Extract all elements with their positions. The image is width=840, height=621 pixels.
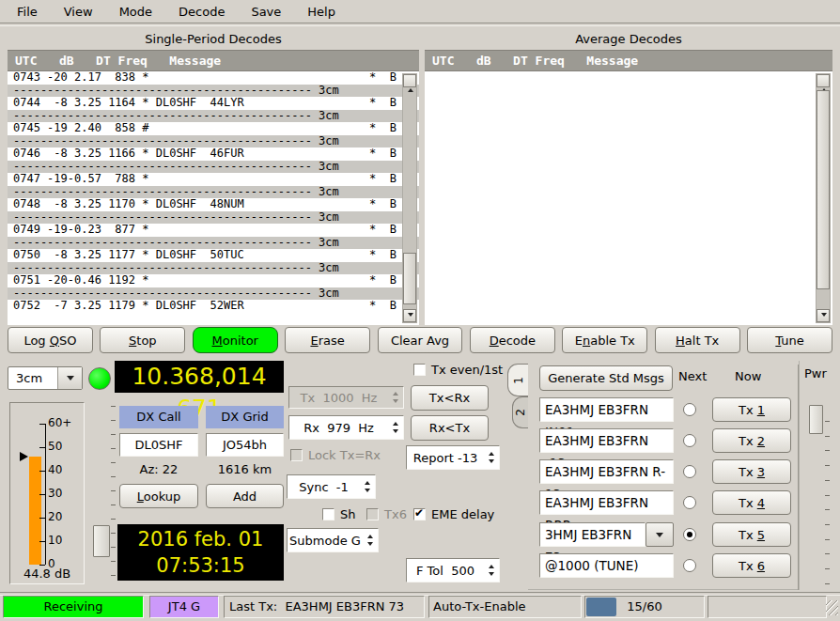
enable-tx-button[interactable]: Enable Tx bbox=[562, 327, 647, 353]
next-radio-2[interactable] bbox=[683, 434, 696, 447]
next-radio-4[interactable] bbox=[683, 496, 696, 509]
scroll-down-icon bbox=[408, 315, 413, 325]
rx-freq-spinner[interactable]: Rx 979 Hz bbox=[288, 415, 404, 440]
decode-row[interactable]: 0743 -20 2.17 838 ** B bbox=[8, 71, 419, 85]
spinner-arrows-icon[interactable] bbox=[360, 481, 375, 492]
decode-row[interactable]: 0744 -8 3.25 1164 * DL0SHF 44LYR* B bbox=[8, 97, 419, 110]
slider-tick bbox=[825, 568, 830, 569]
generate-std-msgs-button[interactable]: Generate Std Msgs bbox=[539, 365, 673, 391]
tx-message-6-input[interactable]: @1000 (TUNE) bbox=[539, 553, 674, 578]
clear-avg-button[interactable]: Clear Avg bbox=[378, 327, 463, 353]
message-row: EA3HMJ EB3FRN -13 Tx 2 bbox=[539, 428, 793, 453]
menu-item-view[interactable]: View bbox=[51, 2, 106, 22]
decode-row[interactable]: 0748 -8 3.25 1170 * DL0SHF 48NUM* B bbox=[8, 198, 419, 211]
slider-tick bbox=[111, 476, 116, 477]
decode-separator: ----------------------------------------… bbox=[8, 262, 419, 275]
log-qso-button[interactable]: Log QSO bbox=[8, 327, 93, 353]
tx-2-button[interactable]: Tx 2 bbox=[712, 428, 791, 453]
tune-button[interactable]: Tune bbox=[747, 327, 832, 353]
meter-pointer-icon bbox=[20, 452, 28, 461]
spinner-arrows-icon[interactable] bbox=[484, 565, 499, 576]
decode-button[interactable]: Decode bbox=[470, 327, 555, 353]
decode-row[interactable]: 0746 -8 3.25 1166 * DL0SHF 46FUR* B bbox=[8, 147, 419, 161]
menu-item-help[interactable]: Help bbox=[294, 2, 349, 22]
scroll-down-button[interactable] bbox=[817, 309, 830, 322]
menu-item-decode[interactable]: Decode bbox=[165, 2, 238, 22]
rx-lt-tx-button[interactable]: Rx<Tx bbox=[411, 415, 489, 441]
monitor-button[interactable]: Monitor bbox=[193, 327, 278, 353]
next-radio-6[interactable] bbox=[683, 559, 696, 572]
tx-freq-spinner[interactable]: Tx 1000 Hz bbox=[288, 386, 404, 409]
average-decodes-title: Average Decodes bbox=[425, 32, 832, 47]
tx-5-button[interactable]: Tx 5 bbox=[712, 522, 791, 547]
ftol-spinner[interactable]: F Tol 500 bbox=[406, 558, 500, 582]
mode-badge: JT4 G bbox=[149, 596, 219, 618]
lookup-button[interactable]: Lookup bbox=[119, 484, 198, 508]
spinner-arrows-icon[interactable] bbox=[363, 535, 378, 546]
dx-grid-input[interactable]: JO54bh bbox=[206, 433, 284, 457]
erase-button[interactable]: Erase bbox=[285, 327, 370, 353]
single-list-scrollbar[interactable] bbox=[402, 73, 417, 323]
tx-3-button[interactable]: Tx 3 bbox=[712, 459, 791, 484]
tx-even-checkbox[interactable]: Tx even/1st bbox=[413, 363, 503, 377]
tx-message-2-input[interactable]: EA3HMJ EB3FRN -13 bbox=[539, 428, 674, 453]
spinner-arrows-icon[interactable] bbox=[388, 392, 403, 403]
next-radio-3[interactable] bbox=[683, 465, 696, 478]
gain-slider-handle[interactable] bbox=[93, 525, 110, 557]
slider-tick bbox=[825, 450, 830, 451]
average-decodes-list[interactable] bbox=[425, 71, 832, 325]
tx-message-3-input[interactable]: EA3HMJ EB3FRN R-13 bbox=[539, 459, 674, 484]
sync-value: Sync -1 bbox=[288, 480, 360, 494]
clock-display: 2016 feb. 01 07:53:15 bbox=[117, 524, 284, 581]
pwr-slider-handle[interactable] bbox=[809, 405, 823, 434]
tx-1-button[interactable]: Tx 1 bbox=[712, 397, 791, 422]
sync-spinner[interactable]: Sync -1 bbox=[287, 474, 376, 499]
scroll-up-button[interactable] bbox=[403, 74, 416, 87]
pwr-slider[interactable] bbox=[806, 399, 834, 592]
submode-spinner[interactable]: Submode G bbox=[287, 528, 379, 552]
spinner-arrows-icon[interactable] bbox=[484, 452, 499, 463]
scroll-up-button[interactable] bbox=[817, 74, 830, 87]
stop-button[interactable]: Stop bbox=[100, 327, 185, 353]
resize-grip-icon[interactable] bbox=[826, 600, 838, 615]
dx-call-input[interactable]: DL0SHF bbox=[119, 433, 198, 457]
gain-slider[interactable] bbox=[90, 399, 117, 587]
decode-row[interactable]: 0747 -19-0.57 788 ** B bbox=[8, 173, 419, 186]
decode-row[interactable]: 0752 -7 3.25 1179 * DL0SHF 52WER* B bbox=[8, 300, 419, 313]
tab-messages-2[interactable]: 2 bbox=[512, 396, 528, 428]
tx-4-button[interactable]: Tx 4 bbox=[712, 490, 791, 515]
add-button[interactable]: Add bbox=[206, 484, 284, 508]
tx-message-1-input[interactable]: EA3HMJ EB3FRN JN01 bbox=[539, 397, 674, 422]
decode-row[interactable]: 0751 -20-0.46 1192 ** B bbox=[8, 274, 419, 287]
decode-row[interactable]: 0750 -8 3.25 1177 * DL0SHF 50TUC* B bbox=[8, 249, 419, 262]
scroll-down-button[interactable] bbox=[403, 309, 416, 322]
eme-delay-checkbox[interactable]: EME delay bbox=[413, 507, 494, 521]
tx-lt-rx-button[interactable]: Tx<Rx bbox=[411, 385, 489, 411]
now-column-label: Now bbox=[735, 369, 772, 383]
menu-item-save[interactable]: Save bbox=[238, 2, 294, 22]
single-decodes-list[interactable]: 0743 -20 2.17 838 ** B------------------… bbox=[8, 71, 419, 325]
halt-tx-button[interactable]: Halt Tx bbox=[655, 327, 740, 353]
menu-item-file[interactable]: File bbox=[4, 2, 51, 22]
tab-messages-1[interactable]: 1 bbox=[507, 364, 528, 396]
scrollbar-thumb[interactable] bbox=[817, 90, 830, 289]
tx-message-4-input[interactable]: EA3HMJ EB3FRN RRR bbox=[539, 490, 674, 515]
band-select[interactable]: 3cm bbox=[8, 366, 83, 390]
rx-status-badge: Receiving bbox=[3, 596, 144, 618]
scrollbar-thumb[interactable] bbox=[403, 253, 416, 304]
tx-6-button[interactable]: Tx 6 bbox=[712, 553, 791, 578]
tab-2-label: 2 bbox=[514, 409, 527, 416]
scroll-up-icon bbox=[408, 79, 413, 90]
sh-checkbox[interactable]: Sh bbox=[322, 507, 356, 521]
tx-message-5-combobox[interactable]: 3HMJ EB3FRN 73 bbox=[539, 522, 646, 547]
spinner-arrows-icon[interactable] bbox=[388, 422, 403, 433]
slider-tick bbox=[111, 420, 116, 421]
report-spinner[interactable]: Report -13 bbox=[406, 445, 500, 470]
menu-item-mode[interactable]: Mode bbox=[106, 2, 165, 22]
next-radio-5[interactable] bbox=[683, 528, 696, 541]
next-radio-1[interactable] bbox=[683, 403, 696, 416]
chevron-down-icon[interactable] bbox=[646, 522, 674, 547]
decode-row[interactable]: 0745 -19 2.40 858 #* B bbox=[8, 122, 419, 135]
decode-row[interactable]: 0749 -19-0.23 877 ** B bbox=[8, 224, 419, 237]
average-list-scrollbar[interactable] bbox=[816, 73, 831, 323]
